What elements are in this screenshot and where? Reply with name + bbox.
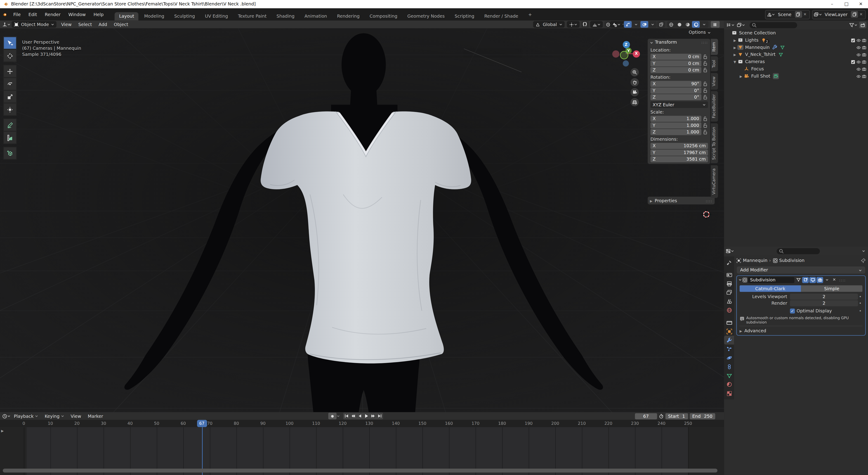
remove-view-layer-button[interactable]: ✕ bbox=[858, 12, 864, 17]
orthographic-toggle-button[interactable] bbox=[630, 98, 639, 106]
current-frame-field[interactable]: 67 bbox=[635, 413, 657, 419]
menu-file[interactable]: File bbox=[9, 12, 25, 17]
cursor-tool-button[interactable] bbox=[3, 49, 17, 62]
decorator-dot[interactable]: • bbox=[858, 301, 863, 306]
render-visibility-toggle[interactable] bbox=[862, 52, 866, 57]
outliner-row-full-shot[interactable]: ▶Full Shot bbox=[724, 72, 868, 80]
value-field[interactable]: X10256 cm bbox=[651, 143, 708, 149]
sidebar-tab-tool[interactable]: Tool bbox=[711, 57, 718, 71]
value-field[interactable]: Z0 cm bbox=[651, 67, 702, 73]
modifier-close-button[interactable]: ✕ bbox=[831, 277, 837, 283]
properties-editor-icon[interactable] bbox=[726, 248, 731, 253]
properties-tab-view-layer[interactable] bbox=[724, 288, 734, 297]
value-field[interactable]: X90° bbox=[651, 81, 702, 87]
properties-tab-material[interactable] bbox=[724, 380, 734, 389]
properties-tab-scene[interactable] bbox=[724, 297, 734, 306]
outliner-display-mode-icon[interactable] bbox=[726, 22, 731, 27]
viewport-menu-select[interactable]: Select bbox=[75, 22, 95, 27]
gizmos-dropdown[interactable] bbox=[632, 21, 640, 28]
sidebar-tab-view[interactable]: View bbox=[711, 73, 718, 89]
channel-expand-arrow[interactable]: ▶ bbox=[1, 429, 4, 433]
menu-edit[interactable]: Edit bbox=[25, 12, 41, 17]
modifier-editmode-toggle[interactable] bbox=[802, 277, 809, 283]
menu-help[interactable]: Help bbox=[90, 12, 107, 17]
value-field[interactable]: X1.000 bbox=[651, 116, 702, 122]
properties-search-input[interactable] bbox=[776, 248, 819, 254]
timeline-menu-keying[interactable]: Keying bbox=[41, 414, 67, 418]
pin-icon[interactable] bbox=[861, 258, 866, 263]
properties-tab-texture[interactable] bbox=[724, 389, 734, 398]
expand-arrow-icon[interactable]: ▶ bbox=[739, 74, 743, 78]
auto-keying-button[interactable] bbox=[328, 413, 336, 419]
workspace-tab-compositing[interactable]: Compositing bbox=[365, 12, 402, 21]
gizmo-x-axis[interactable]: X bbox=[633, 50, 640, 57]
value-field[interactable]: X0 cm bbox=[651, 54, 702, 60]
workspace-tab-sculpting[interactable]: Sculpting bbox=[170, 12, 199, 21]
outliner-item-label[interactable]: Scene Collection bbox=[739, 31, 776, 35]
sidebar-tab-facebuilder[interactable]: FaceBuilder bbox=[711, 91, 718, 122]
drag-handle-icon[interactable]: :::: bbox=[839, 278, 846, 281]
maximize-button[interactable]: □ bbox=[839, 0, 854, 8]
properties-tab-physics[interactable] bbox=[724, 353, 734, 362]
properties-tab-constraints[interactable] bbox=[724, 362, 734, 371]
stopwatch-icon[interactable] bbox=[659, 414, 664, 418]
shading-solid-button[interactable] bbox=[675, 21, 683, 28]
unlock-icon[interactable] bbox=[703, 82, 708, 86]
viewport-menu-object[interactable]: Object bbox=[111, 22, 131, 27]
exclude-checkbox[interactable] bbox=[851, 38, 855, 42]
rotation-mode-dropdown[interactable]: XYZ Euler bbox=[651, 101, 708, 108]
pan-hand-button[interactable] bbox=[630, 78, 639, 86]
unlock-icon[interactable] bbox=[703, 95, 708, 100]
simple-button[interactable]: Simple bbox=[801, 285, 863, 292]
workspace-tab-uv-editing[interactable]: UV Editing bbox=[200, 12, 232, 21]
modifier-extras-dropdown[interactable] bbox=[824, 277, 830, 283]
expand-arrow-icon[interactable]: ▶ bbox=[733, 38, 737, 42]
outliner-filter-layer-icon[interactable] bbox=[737, 22, 742, 27]
modifier-realtime-toggle[interactable] bbox=[809, 277, 816, 283]
zoom-button[interactable] bbox=[630, 68, 639, 77]
breadcrumb-item[interactable]: Subdivision bbox=[779, 258, 804, 263]
value-field[interactable]: Z0° bbox=[651, 94, 702, 100]
drag-handle-icon[interactable]: :::: bbox=[702, 40, 708, 44]
add-cube-tool-button[interactable] bbox=[3, 147, 17, 159]
properties-tab-modifiers[interactable] bbox=[724, 336, 734, 345]
end-frame-field[interactable]: End 250 bbox=[689, 413, 715, 419]
hide-eye-toggle[interactable] bbox=[857, 74, 861, 79]
measure-tool-button[interactable] bbox=[3, 131, 17, 144]
value-field[interactable]: Z1.000 bbox=[651, 129, 702, 135]
scale-tool-button[interactable] bbox=[3, 90, 17, 103]
levels-viewport-field[interactable]: 2 bbox=[790, 294, 858, 300]
unlock-icon[interactable] bbox=[703, 54, 708, 59]
add-modifier-button[interactable]: Add Modifier bbox=[737, 266, 865, 274]
modifier-render-toggle[interactable] bbox=[816, 277, 823, 283]
properties-tab-world[interactable] bbox=[724, 306, 734, 315]
pause-render-button[interactable] bbox=[710, 21, 719, 28]
expand-arrow-icon[interactable]: ▼ bbox=[733, 60, 737, 64]
value-field[interactable]: Y0 cm bbox=[651, 60, 702, 66]
camera-view-button[interactable] bbox=[630, 88, 639, 96]
timeline-menu-marker[interactable]: Marker bbox=[85, 414, 106, 418]
blender-menu-logo-icon[interactable] bbox=[2, 12, 7, 17]
previous-keyframe-button[interactable] bbox=[350, 413, 356, 419]
unlock-icon[interactable] bbox=[703, 123, 708, 128]
timeline-scrollbar[interactable] bbox=[3, 469, 717, 472]
play-reverse-button[interactable] bbox=[356, 413, 363, 419]
render-visibility-toggle[interactable] bbox=[862, 38, 866, 42]
play-button[interactable] bbox=[363, 413, 370, 419]
view-layer-selector[interactable]: ViewLayer ✕ bbox=[812, 10, 866, 19]
outliner-item-label[interactable]: Focus bbox=[751, 66, 764, 71]
menu-render[interactable]: Render bbox=[41, 12, 64, 17]
unlock-icon[interactable] bbox=[703, 129, 708, 135]
properties-tab-object[interactable] bbox=[724, 327, 734, 336]
viewport-canvas[interactable]: User Perspective (67) Cameras | Mannequi… bbox=[0, 28, 724, 412]
select-tweak-tool-button[interactable] bbox=[3, 37, 17, 49]
modifier-vertex-group-toggle[interactable] bbox=[795, 277, 802, 283]
jump-to-end-button[interactable] bbox=[376, 413, 383, 419]
outliner-row-cameras[interactable]: ▼Cameras bbox=[724, 58, 868, 65]
current-frame-badge[interactable]: 67 bbox=[197, 420, 207, 427]
timeline-menu-playback[interactable]: Playback bbox=[11, 414, 41, 418]
unlock-icon[interactable] bbox=[703, 61, 708, 66]
orientation-selector[interactable]: Global bbox=[533, 21, 565, 28]
outliner-row-scene-collection[interactable]: Scene Collection bbox=[724, 29, 868, 37]
optimal-display-checkbox[interactable]: ✓ bbox=[790, 308, 795, 314]
